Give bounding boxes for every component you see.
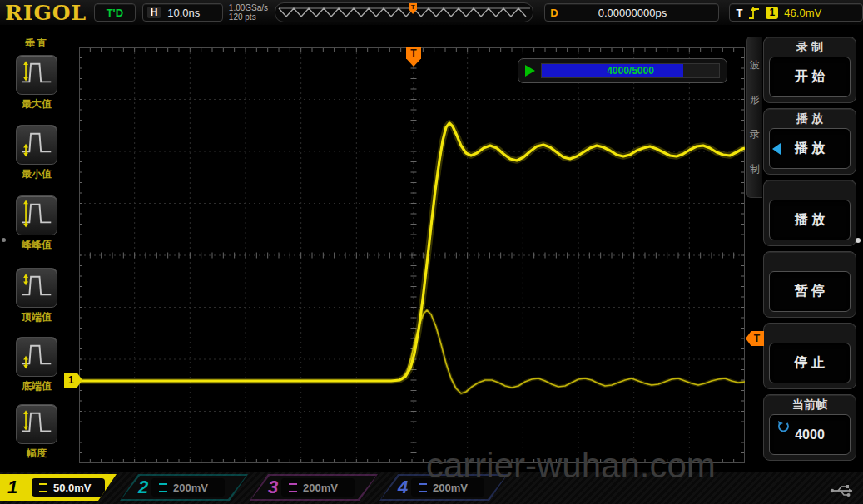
vtop-icon [20,270,53,305]
horizontal-label: H [147,7,161,18]
vpp-icon [20,198,53,233]
vmin-icon [20,127,53,162]
dc-coupling-icon [419,483,427,492]
channel-2-scale: 200mV [173,482,208,494]
menu-tab-waveform-record: 波 形 录 制 [746,37,762,198]
channel-1-tab[interactable]: 1 50.0mV [0,474,117,501]
channel-2-number: 2 [138,477,148,498]
progress-text: 4000/5000 [542,64,719,77]
delay-value: 0.00000000ps [565,7,714,19]
rising-edge-icon [748,6,760,20]
trigger-level-value: 46.0mV [784,7,821,19]
left-arrow-icon [772,143,781,155]
channel-3-scale: 200mV [303,482,338,494]
vamp-icon [20,407,53,442]
channel-4-tab[interactable]: 4 200mV [379,474,508,501]
graticule-waveform-display [79,47,745,463]
channel-2-tab[interactable]: 2 200mV [120,474,248,501]
channel-status-bar: 1 50.0mV 2 200mV 3 200mV 4 [0,472,863,504]
progress-track: 4000/5000 [541,63,720,78]
menu-section-play: 播 放 播 放 [763,108,856,175]
trigger-level-marker-icon[interactable]: T [746,331,764,346]
vmax-button[interactable] [16,55,57,95]
channel-4-number: 4 [398,477,408,498]
menu-section-current-frame: 当前帧 4000 [763,394,856,461]
record-start-button[interactable]: 开 始 [769,57,851,97]
sample-rate: 1.00GSa/s [229,3,268,12]
menu-section-record: 录 制 开 始 [763,37,856,103]
left-bezel-dot [2,238,6,242]
memory-depth: 120 pts [229,12,268,22]
channel-4-value-box: 200mV [411,478,484,497]
measure-item-vmax: 最大值 [0,55,73,111]
acquisition-info: 1.00GSa/s 120 pts [229,3,268,22]
trigger-status-badge: T'D [94,3,136,22]
delay-readout: D 0.00000000ps [544,3,719,22]
measure-item-vtop: 顶端值 [0,268,73,324]
rotate-knob-icon [776,420,790,433]
top-status-bar: RIGOL T'D H 10.0ns 1.00GSa/s 120 pts T D… [0,0,863,25]
play-icon [525,65,535,77]
trigger-readout[interactable]: T 1 46.0mV [729,3,863,22]
usb-icon [830,482,856,497]
delay-label: D [550,7,558,19]
record-progress-bar: 4000/5000 [518,58,727,83]
measurement-menu-title: 垂直 [0,37,73,51]
vbase-icon [20,339,53,374]
vtop-button[interactable] [16,268,57,308]
vmax-icon [20,57,53,92]
memory-waveform-icon [275,4,533,21]
vbase-button[interactable] [16,337,57,377]
measure-item-vpp: 峰峰值 [0,195,73,252]
pause-button[interactable]: 暂 停 [769,271,851,312]
channel-2-value-box: 200mV [151,478,225,497]
timebase-value: 10.0ns [167,7,200,19]
channel-1-number: 1 [7,477,17,498]
channel-4-scale: 200mV [433,482,468,494]
channel-1-scale: 50.0mV [53,482,92,494]
menu-section-play2: 播 放 [763,180,856,246]
vpp-button[interactable] [16,195,57,235]
measure-item-vbase: 底端值 [0,337,73,393]
channel-3-tab[interactable]: 3 200mV [250,474,378,501]
dc-coupling-icon [289,483,297,492]
vmin-button[interactable] [16,125,57,165]
measure-item-vmin: 最小值 [0,125,73,181]
play-mode-button[interactable]: 播 放 [769,128,851,169]
channel-3-value-box: 200mV [281,478,355,497]
dc-coupling-icon [159,483,167,492]
memory-waveform-bar[interactable]: T [275,2,533,22]
channel-1-value-box: 50.0mV [32,478,105,497]
menu-section-pause: 暂 停 [763,251,856,318]
dc-coupling-icon [39,483,47,492]
current-frame-button[interactable]: 4000 [769,414,851,455]
vamp-button[interactable] [16,404,57,444]
oscilloscope-screen: RIGOL T'D H 10.0ns 1.00GSa/s 120 pts T D… [0,0,863,504]
menu-section-stop: 停 止 [763,323,856,389]
trigger-source-badge: 1 [766,7,778,19]
trigger-label: T [736,7,742,19]
measure-item-vamp: 幅度 [0,404,73,461]
right-bezel-dot [856,238,861,243]
horizontal-timebase[interactable]: H 10.0ns [142,3,223,22]
channel-3-number: 3 [268,477,278,498]
rigol-logo: RIGOL [5,1,89,25]
stop-button[interactable]: 停 止 [769,343,851,383]
measurement-menu: 垂直 最大值 最小值 峰峰值 顶端值 底端值 [0,28,75,472]
play-button[interactable]: 播 放 [769,200,851,240]
